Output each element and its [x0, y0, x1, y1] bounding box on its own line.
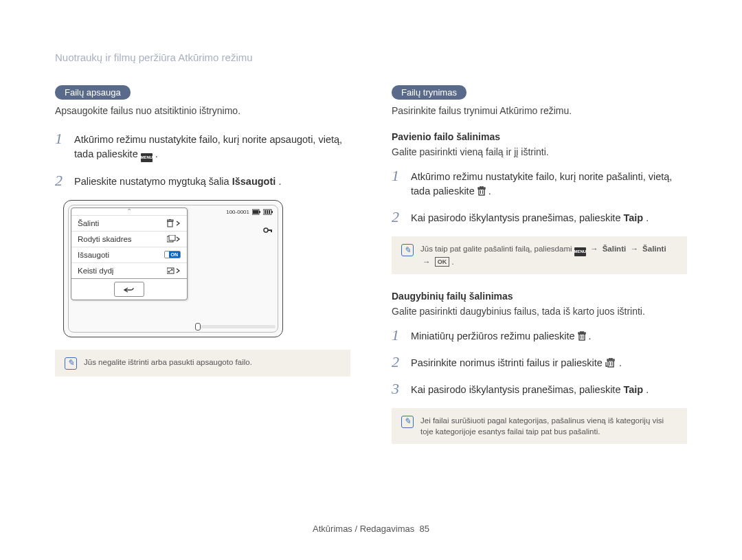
intro-protection: Apsaugokite failus nuo atsitiktinio ištr…: [55, 105, 350, 116]
resize-icon: [167, 267, 181, 275]
svg-rect-22: [579, 334, 585, 340]
menu-icon: MENU: [141, 153, 153, 162]
step-text: Palieskite nustatymo mygtuką šalia Išsau…: [74, 173, 281, 189]
step2-pre: Palieskite nustatymo mygtuką šalia: [74, 176, 232, 187]
screen-counter: 100-0001: [226, 209, 273, 215]
svg-rect-19: [480, 186, 483, 188]
step-1-single-delete: 1 Atkūrimo režimu nustatykite failo, kur…: [392, 168, 687, 199]
svg-rect-11: [168, 221, 172, 227]
note-icon: ✎: [401, 244, 414, 256]
step1-pre: Atkūrimo režimu nustatykite failo, kurį …: [74, 134, 342, 159]
step1-post: .: [155, 148, 158, 159]
note-text: Jūs negalite ištrinti arba pasukti apsau…: [84, 357, 252, 368]
left-column: Failų apsauga Apsaugokite failus nuo ats…: [55, 85, 350, 444]
heading-single-delete: Pavienio failo šalinimas: [392, 131, 687, 142]
s2s3-bold: Taip: [623, 384, 643, 395]
heading-multi-delete: Daugybinių failų šalinimas: [392, 291, 687, 302]
svg-rect-2: [253, 210, 258, 214]
svg-rect-12: [167, 220, 173, 221]
step-text: Atkūrimo režimu nustatykite failo, kurį …: [74, 131, 350, 162]
step-2-single-delete: 2 Kai pasirodo iškylantysis pranešimas, …: [392, 210, 687, 225]
s2s2-pre: Pasirinkite norimus ištrinti failus ir p…: [411, 357, 605, 368]
svg-rect-17: [479, 189, 484, 195]
step-3-multi-delete: 3 Kai pasirodo iškylantysis pranešimas, …: [392, 381, 687, 397]
s2s2-post: .: [619, 357, 622, 368]
svg-rect-1: [259, 211, 260, 213]
svg-rect-6: [267, 210, 268, 214]
right-column: Failų trynimas Pasirinkite failus trynim…: [392, 85, 687, 444]
menu-item-resize: Keisti dydį: [78, 267, 113, 275]
back-button: [114, 282, 144, 297]
step-2-protect: 2 Palieskite nustatymo mygtuką šalia Išs…: [55, 173, 350, 189]
note-icon: ✎: [401, 416, 414, 428]
menu-popup: ⌃ Šalinti Rodyti skaidres I: [71, 208, 188, 300]
svg-rect-15: [169, 235, 175, 240]
step2-post: .: [278, 176, 281, 187]
scroll-thumb: [195, 323, 201, 331]
scroll-track: [200, 325, 276, 328]
note-text: Jūs taip pat galite pašalinti failą, pal…: [420, 243, 677, 267]
s1s2-post: .: [646, 212, 649, 223]
note-text: Jei failai surūšiuoti pagal kategorijas,…: [420, 415, 677, 437]
ok-icon: OK: [435, 257, 450, 267]
menu-item-delete: Šalinti: [78, 219, 99, 227]
intro-single-delete: Galite pasirinkti vieną failą ir jį ištr…: [392, 146, 687, 157]
svg-rect-29: [609, 358, 612, 359]
note-icon: ✎: [65, 357, 77, 370]
s1s2-pre: Kai pasirodo iškylantysis pranešimas, pa…: [411, 212, 623, 223]
note-protect: ✎ Jūs negalite ištrinti arba pasukti aps…: [55, 350, 350, 377]
svg-rect-7: [269, 210, 270, 214]
camera-screen-illustration: 100-0001 ⌃ Šalinti Rody: [63, 200, 283, 337]
s1s2-bold: Taip: [623, 212, 643, 223]
s2s1-post: .: [589, 331, 592, 341]
footer-label: Atkūrimas / Redagavimas: [313, 524, 414, 534]
toggle-on: ON: [164, 251, 181, 258]
svg-rect-10: [271, 229, 272, 232]
scroll-up-indicator: ⌃: [71, 208, 187, 215]
s2s1-pre: Miniatiūrų peržiūros režimu palieskite: [411, 331, 578, 341]
step-1-multi-delete: 1 Miniatiūrų peržiūros režimu palieskite…: [392, 328, 687, 344]
svg-rect-4: [271, 211, 273, 213]
step-text: Kai pasirodo iškylantysis pranešimas, pa…: [411, 381, 649, 397]
step-number: 1: [55, 131, 67, 146]
svg-rect-27: [608, 361, 614, 367]
svg-rect-24: [581, 331, 583, 333]
pill-file-delete: Failų trynimas: [392, 85, 466, 100]
step-number: 1: [392, 168, 404, 183]
trash-icon: [477, 186, 486, 195]
step-number: 1: [392, 328, 404, 343]
step-number: 3: [392, 381, 404, 396]
svg-rect-13: [169, 219, 171, 220]
s1s1-post: .: [488, 186, 491, 197]
svg-point-8: [264, 228, 268, 232]
slideshow-icon: [167, 235, 181, 243]
intro-delete: Pasirinkite failus trynimui Atkūrimo rež…: [392, 105, 687, 116]
menu-item-save: Išsaugoti: [78, 251, 109, 259]
s2s3-post: .: [646, 384, 649, 395]
step-text: Miniatiūrų peržiūros režimu palieskite .: [411, 328, 592, 344]
step-text: Kai pasirodo iškylantysis pranešimas, pa…: [411, 210, 649, 225]
step-text: Pasirinkite norimus ištrinti failus ir p…: [411, 355, 622, 370]
s2s3-pre: Kai pasirodo iškylantysis pranešimas, pa…: [411, 384, 623, 395]
pill-file-protection: Failų apsauga: [55, 85, 131, 100]
svg-rect-5: [265, 210, 266, 214]
note-multi-delete: ✎ Jei failai surūšiuoti pagal kategorija…: [392, 408, 687, 444]
note-single-delete: ✎ Jūs taip pat galite pašalinti failą, p…: [392, 236, 687, 274]
lock-key-icon: [263, 225, 273, 238]
page-header: Nuotraukų ir filmų peržiūra Atkūrimo rež…: [55, 52, 687, 63]
step-number: 2: [392, 355, 404, 370]
s1s1-pre: Atkūrimo režimu nustatykite failo, kurį …: [411, 171, 672, 197]
trash-icon: [578, 331, 586, 340]
step-2-multi-delete: 2 Pasirinkite norimus ištrinti failus ir…: [392, 355, 687, 370]
step-1-protect: 1 Atkūrimo režimu nustatykite failo, kur…: [55, 131, 350, 162]
step-number: 2: [55, 173, 67, 188]
menu-icon: MENU: [574, 247, 586, 256]
menu-item-slideshow: Rodyti skaidres: [78, 235, 132, 243]
step2-bold: Išsaugoti: [232, 176, 276, 187]
intro-multi-delete: Galite pasirinkti daugybinius failus, ta…: [392, 306, 687, 317]
step-number: 2: [392, 210, 404, 225]
trash-multi-icon: [605, 357, 616, 367]
step-text: Atkūrimo režimu nustatykite failo, kurį …: [411, 168, 687, 199]
page-number: 85: [419, 524, 429, 534]
page-footer: Atkūrimas / Redagavimas 85: [0, 524, 742, 534]
